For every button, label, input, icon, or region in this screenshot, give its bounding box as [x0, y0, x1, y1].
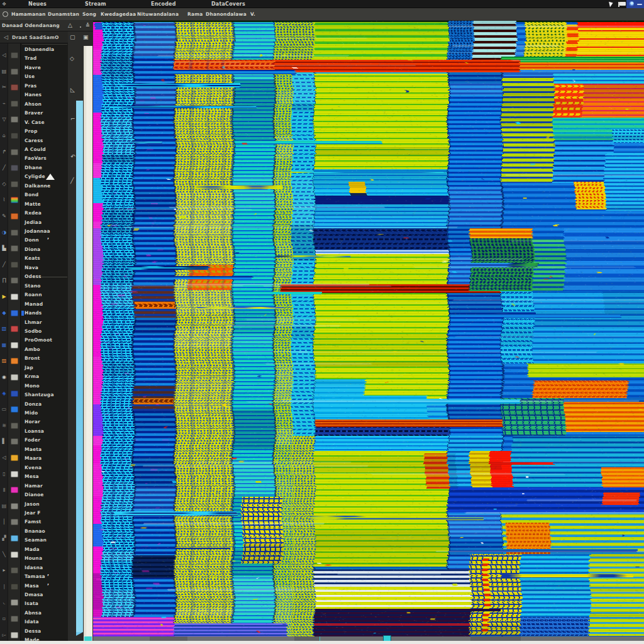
thumbnail-icon-9[interactable]	[11, 197, 18, 203]
list-item-18[interactable]: Matte	[21, 200, 69, 209]
tool-icon-4[interactable]: ▽	[1, 116, 7, 122]
tool-icon-6[interactable]: ↱	[1, 149, 7, 155]
tool-icon-11[interactable]: ◑	[1, 230, 7, 235]
thumbnail-icon-31[interactable]	[11, 552, 18, 558]
thumbnail-icon-14[interactable]	[11, 277, 18, 284]
list-item-31[interactable]: Lhmar	[21, 318, 69, 327]
list-item-7[interactable]: Ahson	[21, 100, 69, 109]
thumbnail-icon-27[interactable]	[11, 487, 18, 493]
thumbnail-icon-8[interactable]	[11, 181, 18, 187]
tool-icon-19[interactable]: ▨	[1, 358, 7, 364]
thumbnail-icon-5[interactable]	[11, 133, 18, 139]
toolbar-item-7[interactable]: V.	[250, 11, 255, 18]
tool-icon-16[interactable]: ◆	[1, 310, 7, 316]
thumbnail-icon-26[interactable]	[11, 471, 18, 477]
side-icon-1[interactable]: ▣	[83, 34, 89, 40]
thumbnail-icon-2[interactable]	[11, 84, 18, 91]
thumbnail-icon-17[interactable]	[11, 326, 18, 332]
tool-icon-7[interactable]: ╱	[1, 165, 7, 170]
side-icon-6[interactable]: ╱	[70, 177, 74, 184]
list-item-5[interactable]: Pras	[21, 82, 69, 91]
tool-icon-8[interactable]: ◇	[1, 181, 7, 187]
side-icon-4[interactable]: ⌐	[70, 116, 75, 122]
document-canvas[interactable]	[93, 21, 644, 638]
list-item-19[interactable]: Rxdea	[21, 209, 69, 218]
tool-icon-23[interactable]: ≋	[1, 423, 7, 428]
tool-icon-25[interactable]: ◁	[1, 455, 7, 460]
list-item-29[interactable]: Manad	[21, 300, 69, 309]
tool-icon-12[interactable]: ▙	[1, 245, 7, 251]
tool-icon-32[interactable]: ▸	[1, 567, 7, 573]
list-item-40[interactable]: Donza	[21, 400, 69, 409]
list-item-21[interactable]: Jodannaa	[21, 227, 69, 236]
list-item-8[interactable]: Braver	[21, 109, 69, 118]
list-item-51[interactable]: Jason	[21, 500, 69, 509]
list-item-52[interactable]: Jear F	[21, 509, 69, 518]
thumbnail-icon-7[interactable]	[11, 165, 18, 171]
options-icon[interactable]: ≛	[86, 23, 90, 28]
list-item-54[interactable]: Bnanao	[21, 527, 69, 536]
list-item-50[interactable]: Dianoe	[21, 491, 69, 499]
tool-icon-15[interactable]: ▶	[1, 294, 7, 299]
toolbar-item-1[interactable]: Dunamstan	[48, 11, 79, 18]
tool-icon-29[interactable]: │	[1, 519, 7, 525]
tool-icon-0[interactable]: ◁	[1, 52, 7, 58]
list-item-56[interactable]: Mada	[21, 545, 69, 554]
list-item-35[interactable]: Bront	[21, 354, 69, 363]
tool-icon-13[interactable]: ╱	[1, 262, 7, 267]
list-item-12[interactable]: A Could	[21, 145, 69, 154]
tool-icon-2[interactable]: ✂	[1, 84, 7, 90]
list-item-1[interactable]: Dhanendla	[21, 45, 69, 54]
thumbnail-icon-32[interactable]	[11, 567, 18, 574]
tool-icon-30[interactable]: ▞	[1, 535, 7, 541]
list-item-32[interactable]: Sodbo	[21, 327, 69, 336]
list-item-48[interactable]: Mesa	[21, 472, 69, 481]
list-item-4[interactable]: Use	[21, 72, 69, 81]
toolbar-item-4[interactable]: Nituwandalana	[137, 11, 179, 18]
list-item-47[interactable]: Kvena	[21, 464, 69, 472]
list-item-62[interactable]: Isata	[21, 599, 69, 608]
scrollbar-track-blue[interactable]	[76, 101, 83, 632]
thumbnail-icon-21[interactable]	[11, 391, 18, 397]
thumbnail-icon-28[interactable]	[11, 503, 18, 509]
tool-icon-22[interactable]: ▭	[1, 406, 7, 412]
triangle-icon[interactable]: △	[68, 22, 72, 28]
side-icon-0[interactable]: ▢	[70, 34, 75, 40]
thumbnail-icon-29[interactable]	[11, 519, 18, 525]
tool-icon-28[interactable]: ▤	[1, 503, 7, 509]
thumbnail-icon-23[interactable]	[11, 423, 18, 429]
list-item-13[interactable]: FaoVars	[21, 154, 69, 163]
toolbar-item-0[interactable]: Hamamanan	[11, 11, 46, 18]
list-item-44[interactable]: Foder	[21, 436, 69, 445]
list-item-63[interactable]: Abnsa	[21, 609, 69, 618]
list-item-46[interactable]: Maara	[21, 454, 69, 463]
list-item-38[interactable]: Mono	[21, 382, 69, 391]
menu-item-0[interactable]: Neues	[28, 1, 47, 8]
tool-icon-20[interactable]: ◉	[1, 374, 7, 380]
list-item-14[interactable]: Dhane	[21, 164, 69, 172]
flag-icon[interactable]	[619, 2, 626, 6]
list-item-23[interactable]: Diona	[21, 245, 69, 254]
side-icon-2[interactable]: ◇	[70, 55, 74, 62]
tool-icon-3[interactable]: ⌁	[1, 101, 7, 106]
list-item-6[interactable]: Hanes	[21, 91, 69, 99]
toolbar-item-2[interactable]: Song	[82, 11, 96, 18]
list-item-25[interactable]: Nava	[21, 264, 69, 272]
list-item-15[interactable]: Cyligde	[21, 172, 69, 181]
list-item-53[interactable]: Famst	[21, 518, 69, 526]
thumbnail-icon-13[interactable]	[11, 262, 18, 268]
list-item-42[interactable]: Horar	[21, 418, 69, 426]
thumbnail-icon-11[interactable]	[11, 230, 18, 236]
list-item-26[interactable]: Odess	[21, 272, 69, 281]
tool-icon-27[interactable]: ▮	[1, 487, 7, 492]
list-item-9[interactable]: V. Case	[21, 118, 69, 127]
side-icon-5[interactable]: ↶	[70, 153, 75, 160]
list-item-28[interactable]: Roann	[21, 291, 69, 299]
list-item-30[interactable]: Hands	[21, 309, 69, 318]
tool-icon-9[interactable]: ⌇	[1, 197, 7, 203]
list-item-33[interactable]: ProOmoot	[21, 336, 69, 345]
list-item-17[interactable]: Bond	[21, 191, 69, 199]
tool-icon-24[interactable]: ▌	[1, 438, 7, 444]
list-item-24[interactable]: Keats	[21, 254, 69, 263]
list-item-64[interactable]: Idata	[21, 618, 69, 626]
